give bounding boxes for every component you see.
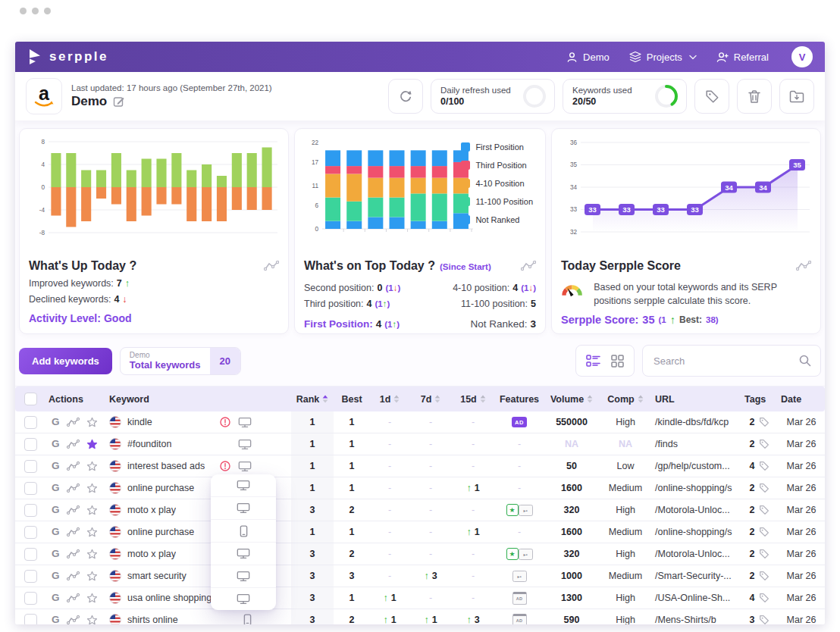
sort-icon[interactable] xyxy=(638,395,644,403)
keyword-cell[interactable]: interest based ads xyxy=(106,455,291,477)
url-cell[interactable]: /gp/help/custom... xyxy=(652,455,741,477)
device-panel-cell[interactable] xyxy=(211,588,276,610)
window-dot[interactable] xyxy=(20,8,27,14)
keyword-graph-icon[interactable] xyxy=(67,549,80,559)
google-icon[interactable]: G xyxy=(52,593,60,603)
tag-icon[interactable] xyxy=(759,505,769,515)
device-panel-cell[interactable] xyxy=(211,520,276,543)
url-cell[interactable]: /Motorola-Unloc... xyxy=(652,543,741,565)
sort-icon[interactable] xyxy=(393,395,400,403)
star-icon[interactable] xyxy=(86,461,98,472)
google-icon[interactable]: G xyxy=(52,461,60,471)
google-icon[interactable]: G xyxy=(52,439,60,449)
tags-cell[interactable]: 2 xyxy=(741,411,778,433)
keyword-cell[interactable]: kindle xyxy=(106,411,291,433)
row-checkbox[interactable] xyxy=(24,526,37,539)
column-header-volume[interactable]: Volume xyxy=(544,386,599,411)
edit-icon[interactable] xyxy=(113,95,125,108)
list-view-icon[interactable] xyxy=(586,355,600,367)
tags-cell[interactable]: 4 xyxy=(741,455,778,477)
url-cell[interactable]: /kindle-dbs/fd/kcp xyxy=(652,411,741,433)
avatar[interactable]: V xyxy=(791,46,813,67)
row-checkbox[interactable] xyxy=(24,504,37,517)
brand-logo[interactable]: serpple xyxy=(27,48,108,65)
google-icon[interactable]: G xyxy=(52,571,60,581)
nav-projects[interactable]: Projects xyxy=(629,51,697,63)
alert-icon[interactable] xyxy=(220,417,230,427)
column-header-comp[interactable]: Comp xyxy=(599,386,652,411)
url-cell[interactable]: /finds xyxy=(652,433,741,455)
url-cell[interactable]: /USA-Online-Sh... xyxy=(652,587,741,609)
star-icon[interactable] xyxy=(86,571,98,582)
google-icon[interactable]: G xyxy=(52,417,60,427)
add-keywords-button[interactable]: Add keywords xyxy=(19,348,112,374)
star-icon[interactable] xyxy=(86,417,98,428)
search-input[interactable] xyxy=(652,355,799,368)
keyword-graph-icon[interactable] xyxy=(67,483,80,493)
tags-cell[interactable]: 2 xyxy=(741,543,778,565)
row-checkbox[interactable] xyxy=(24,482,37,495)
star-icon[interactable] xyxy=(86,527,98,538)
row-checkbox[interactable] xyxy=(24,460,37,473)
move-to-folder-button[interactable] xyxy=(779,79,814,114)
column-header-rank[interactable]: Rank xyxy=(291,386,334,411)
tag-icon[interactable] xyxy=(759,483,769,493)
star-icon[interactable] xyxy=(86,549,98,560)
google-icon[interactable]: G xyxy=(52,505,60,515)
tags-cell[interactable]: 4 xyxy=(741,587,778,609)
search-icon[interactable] xyxy=(799,355,811,367)
star-icon[interactable] xyxy=(86,615,98,625)
window-controls[interactable] xyxy=(20,8,51,14)
grid-view-icon[interactable] xyxy=(611,355,624,368)
activity-spark-icon[interactable] xyxy=(264,261,279,271)
window-dot[interactable] xyxy=(32,8,39,14)
url-cell[interactable]: /Mens-Shirts/b xyxy=(652,609,741,624)
keyword-graph-icon[interactable] xyxy=(67,418,80,427)
tags-cell[interactable]: 2 xyxy=(741,565,778,587)
google-icon[interactable]: G xyxy=(52,549,60,559)
tag-icon[interactable] xyxy=(759,527,769,537)
keyword-cell[interactable]: #founditon xyxy=(106,433,291,455)
star-icon[interactable] xyxy=(86,505,98,516)
tag-icon[interactable] xyxy=(759,417,769,427)
star-filled-icon[interactable] xyxy=(86,439,98,450)
row-checkbox[interactable] xyxy=(24,570,37,583)
column-header-7d[interactable]: 7d xyxy=(409,386,452,411)
sort-icon[interactable] xyxy=(322,395,328,403)
tag-icon[interactable] xyxy=(759,461,769,471)
device-panel-cell[interactable] xyxy=(211,565,276,588)
tags-cell[interactable]: 2 xyxy=(741,499,778,521)
google-icon[interactable]: G xyxy=(52,527,60,537)
tags-cell[interactable]: 2 xyxy=(741,477,778,499)
keyword-graph-icon[interactable] xyxy=(67,440,80,449)
tags-cell[interactable]: 2 xyxy=(741,433,778,455)
sort-icon[interactable] xyxy=(587,395,593,403)
keyword-graph-icon[interactable] xyxy=(67,571,80,581)
nav-referral[interactable]: Referral xyxy=(716,52,769,63)
window-dot[interactable] xyxy=(44,8,51,14)
device-panel-cell[interactable] xyxy=(211,474,276,497)
activity-spark-icon[interactable] xyxy=(796,261,811,271)
sort-icon[interactable] xyxy=(480,395,486,403)
url-cell[interactable]: /Smart-Security-... xyxy=(652,565,741,587)
keyword-cell[interactable]: shirts online xyxy=(106,609,291,624)
keyword-graph-icon[interactable] xyxy=(67,527,80,537)
tag-icon[interactable] xyxy=(759,549,769,559)
keyword-graph-icon[interactable] xyxy=(67,505,80,515)
refresh-button[interactable] xyxy=(388,79,423,114)
row-checkbox[interactable] xyxy=(24,614,37,625)
keyword-graph-icon[interactable] xyxy=(67,615,80,625)
google-icon[interactable]: G xyxy=(52,483,60,493)
row-checkbox[interactable] xyxy=(24,548,37,561)
tag-icon[interactable] xyxy=(759,593,769,603)
row-checkbox[interactable] xyxy=(24,592,37,605)
activity-spark-icon[interactable] xyxy=(521,261,536,271)
url-cell[interactable]: /Motorola-Unloc... xyxy=(652,499,741,521)
select-all-checkbox[interactable] xyxy=(24,393,37,405)
tags-cell[interactable]: 3 xyxy=(741,609,778,624)
sort-icon[interactable] xyxy=(434,395,440,403)
url-cell[interactable]: /online-shopping/s xyxy=(652,521,741,543)
google-icon[interactable]: G xyxy=(52,615,60,624)
tags-button[interactable] xyxy=(694,79,729,114)
device-panel-cell[interactable] xyxy=(211,497,276,520)
